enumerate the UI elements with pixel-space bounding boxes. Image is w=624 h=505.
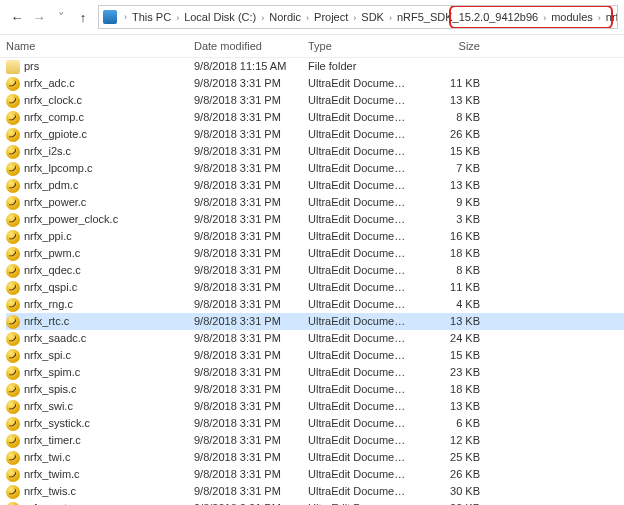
file-date-label: 9/8/2018 3:31 PM — [194, 177, 308, 194]
file-row[interactable]: nrfx_twis.c9/8/2018 3:31 PMUltraEdit Doc… — [6, 483, 624, 500]
file-icon — [6, 111, 20, 125]
breadcrumb-segment[interactable]: Local Disk (C:) — [182, 11, 258, 23]
file-date-label: 9/8/2018 3:31 PM — [194, 347, 308, 364]
file-icon — [6, 417, 20, 431]
file-type-label: UltraEdit Docume… — [308, 483, 420, 500]
chevron-right-icon[interactable]: › — [386, 13, 395, 23]
file-row[interactable]: nrfx_qdec.c9/8/2018 3:31 PMUltraEdit Doc… — [6, 262, 624, 279]
file-date-label: 9/8/2018 3:31 PM — [194, 466, 308, 483]
chevron-right-icon[interactable]: › — [121, 12, 130, 22]
file-row[interactable]: nrfx_rng.c9/8/2018 3:31 PMUltraEdit Docu… — [6, 296, 624, 313]
header-size[interactable]: Size — [420, 40, 480, 52]
file-size-label: 3 KB — [420, 211, 480, 228]
file-name-label: nrfx_power_clock.c — [24, 211, 118, 228]
file-row[interactable]: nrfx_qspi.c9/8/2018 3:31 PMUltraEdit Doc… — [6, 279, 624, 296]
chevron-right-icon[interactable]: › — [258, 13, 267, 23]
breadcrumb-segment[interactable]: SDK — [359, 11, 386, 23]
file-type-label: UltraEdit Docume… — [308, 211, 420, 228]
file-row[interactable]: nrfx_saadc.c9/8/2018 3:31 PMUltraEdit Do… — [6, 330, 624, 347]
file-name-label: nrfx_twis.c — [24, 483, 76, 500]
file-icon — [6, 196, 20, 210]
file-date-label: 9/8/2018 3:31 PM — [194, 398, 308, 415]
file-date-label: 9/8/2018 3:31 PM — [194, 500, 308, 505]
file-row[interactable]: nrfx_clock.c9/8/2018 3:31 PMUltraEdit Do… — [6, 92, 624, 109]
file-row[interactable]: nrfx_power_clock.c9/8/2018 3:31 PMUltraE… — [6, 211, 624, 228]
file-icon — [6, 162, 20, 176]
file-type-label: UltraEdit Docume… — [308, 143, 420, 160]
breadcrumb-segment[interactable]: This PC — [130, 11, 173, 23]
nav-dropdown-icon[interactable]: ˅ — [50, 6, 72, 28]
file-row[interactable]: nrfx_gpiote.c9/8/2018 3:31 PMUltraEdit D… — [6, 126, 624, 143]
file-row[interactable]: nrfx_pdm.c9/8/2018 3:31 PMUltraEdit Docu… — [6, 177, 624, 194]
breadcrumb-segment[interactable]: modules — [549, 11, 595, 23]
file-row[interactable]: nrfx_spi.c9/8/2018 3:31 PMUltraEdit Docu… — [6, 347, 624, 364]
file-name-label: nrfx_qspi.c — [24, 279, 77, 296]
file-icon — [6, 179, 20, 193]
file-name-label: nrfx_i2s.c — [24, 143, 71, 160]
header-type[interactable]: Type — [308, 40, 420, 52]
file-type-label: UltraEdit Docume… — [308, 75, 420, 92]
file-name-label: nrfx_twi.c — [24, 449, 70, 466]
file-name-label: nrfx_rtc.c — [24, 313, 69, 330]
file-row[interactable]: nrfx_rtc.c9/8/2018 3:31 PMUltraEdit Docu… — [6, 313, 624, 330]
file-size-label: 18 KB — [420, 245, 480, 262]
file-row[interactable]: nrfx_twi.c9/8/2018 3:31 PMUltraEdit Docu… — [6, 449, 624, 466]
nav-up-button[interactable]: ↑ — [72, 6, 94, 28]
file-size-label: 24 KB — [420, 330, 480, 347]
chevron-right-icon[interactable]: › — [540, 13, 549, 23]
file-row[interactable]: nrfx_lpcomp.c9/8/2018 3:31 PMUltraEdit D… — [6, 160, 624, 177]
file-icon — [6, 94, 20, 108]
file-size-label: 13 KB — [420, 398, 480, 415]
breadcrumb-segment[interactable]: nrfx — [604, 11, 618, 23]
file-icon — [6, 298, 20, 312]
file-date-label: 9/8/2018 3:31 PM — [194, 92, 308, 109]
file-name-label: nrfx_systick.c — [24, 415, 90, 432]
file-row[interactable]: nrfx_pwm.c9/8/2018 3:31 PMUltraEdit Docu… — [6, 245, 624, 262]
file-row[interactable]: nrfx_systick.c9/8/2018 3:31 PMUltraEdit … — [6, 415, 624, 432]
breadcrumb[interactable]: › This PC›Local Disk (C:)›Nordic›Project… — [98, 5, 618, 29]
file-row[interactable]: nrfx_power.c9/8/2018 3:31 PMUltraEdit Do… — [6, 194, 624, 211]
file-row[interactable]: nrfx_spis.c9/8/2018 3:31 PMUltraEdit Doc… — [6, 381, 624, 398]
file-type-label: UltraEdit Docume… — [308, 313, 420, 330]
file-icon — [6, 468, 20, 482]
file-icon — [6, 213, 20, 227]
file-date-label: 9/8/2018 3:31 PM — [194, 109, 308, 126]
file-size-label: 4 KB — [420, 296, 480, 313]
file-name-label: nrfx_twim.c — [24, 466, 80, 483]
file-list[interactable]: prs9/8/2018 11:15 AMFile foldernrfx_adc.… — [0, 58, 624, 505]
file-size-label: 15 KB — [420, 347, 480, 364]
file-row[interactable]: nrfx_swi.c9/8/2018 3:31 PMUltraEdit Docu… — [6, 398, 624, 415]
file-size-label: 18 KB — [420, 381, 480, 398]
file-icon — [6, 145, 20, 159]
file-type-label: UltraEdit Docume… — [308, 330, 420, 347]
breadcrumb-segment[interactable]: Project — [312, 11, 350, 23]
file-type-label: UltraEdit Docume… — [308, 381, 420, 398]
header-name[interactable]: Name — [6, 40, 194, 52]
file-row[interactable]: nrfx_twim.c9/8/2018 3:31 PMUltraEdit Doc… — [6, 466, 624, 483]
chevron-right-icon[interactable]: › — [173, 13, 182, 23]
chevron-right-icon[interactable]: › — [303, 13, 312, 23]
file-name-label: nrfx_comp.c — [24, 109, 84, 126]
breadcrumb-segment[interactable]: Nordic — [267, 11, 303, 23]
file-row[interactable]: nrfx_comp.c9/8/2018 3:31 PMUltraEdit Doc… — [6, 109, 624, 126]
chevron-right-icon[interactable]: › — [595, 13, 604, 23]
file-row[interactable]: nrfx_spim.c9/8/2018 3:31 PMUltraEdit Doc… — [6, 364, 624, 381]
header-date[interactable]: Date modified — [194, 40, 308, 52]
file-row[interactable]: nrfx_timer.c9/8/2018 3:31 PMUltraEdit Do… — [6, 432, 624, 449]
file-name-label: nrfx_lpcomp.c — [24, 160, 92, 177]
file-size-label: 6 KB — [420, 415, 480, 432]
folder-row[interactable]: prs9/8/2018 11:15 AMFile folder — [6, 58, 624, 75]
file-name-label: nrfx_qdec.c — [24, 262, 81, 279]
file-row[interactable]: nrfx_adc.c9/8/2018 3:31 PMUltraEdit Docu… — [6, 75, 624, 92]
breadcrumb-segment[interactable]: nRF5_SDK_15.2.0_9412b96 — [395, 11, 540, 23]
nav-forward-button[interactable]: → — [28, 6, 50, 28]
chevron-right-icon[interactable]: › — [350, 13, 359, 23]
drive-icon — [103, 10, 117, 24]
file-name-label: nrfx_pwm.c — [24, 245, 80, 262]
file-row[interactable]: nrfx_uart.c9/8/2018 3:31 PMUltraEdit Doc… — [6, 500, 624, 505]
file-row[interactable]: nrfx_ppi.c9/8/2018 3:31 PMUltraEdit Docu… — [6, 228, 624, 245]
file-type-label: UltraEdit Docume… — [308, 262, 420, 279]
nav-back-button[interactable]: ← — [6, 6, 28, 28]
file-row[interactable]: nrfx_i2s.c9/8/2018 3:31 PMUltraEdit Docu… — [6, 143, 624, 160]
file-size-label: 15 KB — [420, 143, 480, 160]
